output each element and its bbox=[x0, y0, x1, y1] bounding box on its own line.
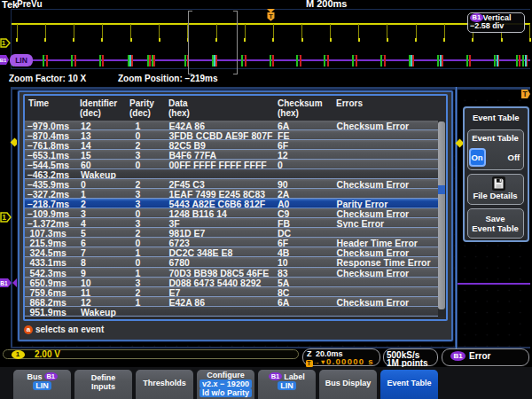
svg-text:B1: B1 bbox=[0, 58, 7, 63]
svg-text:T: T bbox=[522, 90, 528, 98]
svg-text:1: 1 bbox=[2, 39, 6, 47]
svg-text:1: 1 bbox=[2, 213, 6, 222]
svg-text:T: T bbox=[269, 12, 273, 20]
svg-text:B1: B1 bbox=[0, 280, 8, 286]
